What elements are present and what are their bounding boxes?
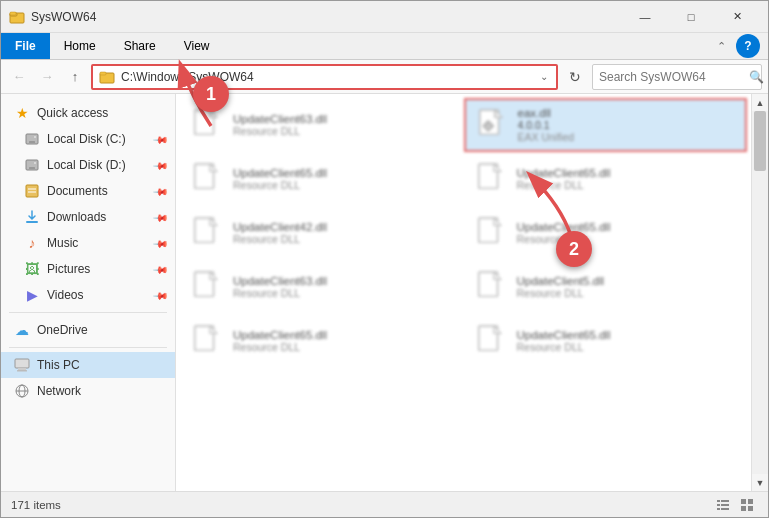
svg-rect-11 [26, 185, 38, 197]
details-view-button[interactable] [712, 495, 734, 515]
dll-file-icon [189, 269, 225, 305]
close-button[interactable]: ✕ [714, 2, 760, 32]
file-type: Resource DLL [233, 125, 455, 137]
tab-share[interactable]: Share [110, 33, 170, 59]
file-name: UpdateClient65.dll [517, 167, 739, 179]
file-grid: UpdateClient63.dll Resource DLL [176, 94, 751, 491]
sidebar-item-pictures[interactable]: 🖼 Pictures 📌 [1, 256, 175, 282]
sidebar-item-label: Quick access [37, 106, 167, 120]
file-item[interactable]: UpdateClient65.dll Resource DLL [180, 314, 464, 368]
this-pc-icon [13, 356, 31, 374]
sidebar-item-documents[interactable]: Documents 📌 [1, 178, 175, 204]
file-item[interactable]: UpdateClient63.dll Resource DLL [180, 98, 464, 152]
sidebar-item-label: OneDrive [37, 323, 167, 337]
forward-button[interactable]: → [35, 65, 59, 89]
onedrive-icon: ☁ [13, 321, 31, 339]
refresh-button[interactable]: ↻ [562, 64, 588, 90]
sidebar-item-local-disk-c[interactable]: Local Disk (C:) 📌 [1, 126, 175, 152]
dll-file-icon [473, 323, 509, 359]
window-icon [9, 9, 25, 25]
svg-point-10 [34, 162, 37, 165]
sidebar-item-music[interactable]: ♪ Music 📌 [1, 230, 175, 256]
network-icon [13, 382, 31, 400]
file-type: Resource DLL [233, 233, 455, 245]
file-info: UpdateClient65.dll Resource DLL [233, 329, 455, 353]
file-name: UpdateClient65.dll [233, 167, 455, 179]
file-type: Resource DLL [517, 179, 739, 191]
file-item[interactable]: UpdateClient5.dll Resource DLL [464, 260, 748, 314]
sidebar-item-label: Local Disk (D:) [47, 158, 155, 172]
pin-icon: 📌 [153, 235, 169, 251]
sidebar-item-network[interactable]: Network [1, 378, 175, 404]
up-button[interactable]: ↑ [63, 65, 87, 89]
sidebar-item-quick-access[interactable]: ★ Quick access [1, 100, 175, 126]
file-item[interactable]: UpdateClient65.dll Resource DLL [464, 152, 748, 206]
sidebar-item-videos[interactable]: ▶ Videos 📌 [1, 282, 175, 308]
search-bar[interactable]: 🔍 [592, 64, 762, 90]
file-item-eax[interactable]: eax.dll 4.0.0.1 EAX Unified [464, 98, 748, 152]
expand-ribbon-btn[interactable]: ⌃ [717, 40, 726, 53]
svg-rect-15 [15, 359, 29, 368]
window-title: SysWOW64 [31, 10, 622, 24]
address-chevron-icon[interactable]: ⌄ [538, 69, 550, 84]
address-path: C:\Windows\SysWOW64 [121, 70, 538, 84]
large-icons-view-button[interactable] [736, 495, 758, 515]
sidebar-item-onedrive[interactable]: ☁ OneDrive [1, 317, 175, 343]
file-type: Resource DLL [233, 179, 455, 191]
ribbon: File Home Share View ⌃ ? [1, 33, 768, 60]
tab-view[interactable]: View [170, 33, 224, 59]
dll-file-icon [473, 161, 509, 197]
scroll-down-button[interactable]: ▼ [752, 474, 769, 491]
disk-d-icon [23, 156, 41, 174]
address-bar[interactable]: C:\Windows\SysWOW64 ⌄ [91, 64, 558, 90]
file-name: UpdateClient65.dll [233, 329, 455, 341]
file-name: UpdateClient65.dll [517, 329, 739, 341]
file-type: Resource DLL [233, 341, 455, 353]
svg-rect-59 [741, 506, 746, 511]
sidebar-item-this-pc[interactable]: This PC [1, 352, 175, 378]
dll-file-icon [473, 269, 509, 305]
tab-file[interactable]: File [1, 33, 50, 59]
svg-rect-9 [29, 167, 35, 169]
search-input[interactable] [599, 70, 749, 84]
address-folder-icon [99, 69, 115, 85]
file-type: Resource DLL [233, 287, 455, 299]
file-item[interactable]: UpdateClient65.dll Resource DLL [464, 314, 748, 368]
scrollbar[interactable]: ▲ ▼ [751, 94, 768, 491]
pin-icon: 📌 [153, 131, 169, 147]
dll-file-icon [189, 215, 225, 251]
sidebar-item-label: Network [37, 384, 167, 398]
sidebar-item-label: Documents [47, 184, 155, 198]
file-desc: EAX Unified [518, 131, 738, 143]
scroll-thumb[interactable] [754, 111, 766, 171]
file-info: UpdateClient63.dll Resource DLL [233, 275, 455, 299]
sidebar-item-local-disk-d[interactable]: Local Disk (D:) 📌 [1, 152, 175, 178]
svg-rect-51 [717, 500, 720, 502]
sidebar: ★ Quick access Local Disk (C:) 📌 Local D… [1, 94, 176, 491]
file-item[interactable]: UpdateClient65.dll Resource DLL [180, 152, 464, 206]
file-name: UpdateClient65.dll [517, 221, 739, 233]
back-button[interactable]: ← [7, 65, 31, 89]
dll-file-icon [473, 215, 509, 251]
svg-rect-58 [748, 499, 753, 504]
svg-rect-55 [717, 508, 720, 510]
downloads-icon [23, 208, 41, 226]
minimize-button[interactable]: — [622, 2, 668, 32]
file-item[interactable]: UpdateClient65.dll Resource DLL [464, 206, 748, 260]
file-name: UpdateClient42.dll [233, 221, 455, 233]
file-area: UpdateClient63.dll Resource DLL [176, 94, 768, 491]
file-item[interactable]: UpdateClient42.dll Resource DLL [180, 206, 464, 260]
help-button[interactable]: ? [736, 34, 760, 58]
scroll-track[interactable] [752, 111, 768, 474]
file-item[interactable]: UpdateClient63.dll Resource DLL [180, 260, 464, 314]
sidebar-item-label: This PC [37, 358, 167, 372]
svg-rect-6 [29, 141, 35, 143]
file-info: eax.dll 4.0.0.1 EAX Unified [518, 107, 738, 143]
window-controls: — □ ✕ [622, 2, 760, 32]
scroll-up-button[interactable]: ▲ [752, 94, 769, 111]
pin-icon: 📌 [153, 183, 169, 199]
sidebar-item-downloads[interactable]: Downloads 📌 [1, 204, 175, 230]
svg-rect-2 [10, 12, 16, 15]
tab-home[interactable]: Home [50, 33, 110, 59]
maximize-button[interactable]: □ [668, 2, 714, 32]
